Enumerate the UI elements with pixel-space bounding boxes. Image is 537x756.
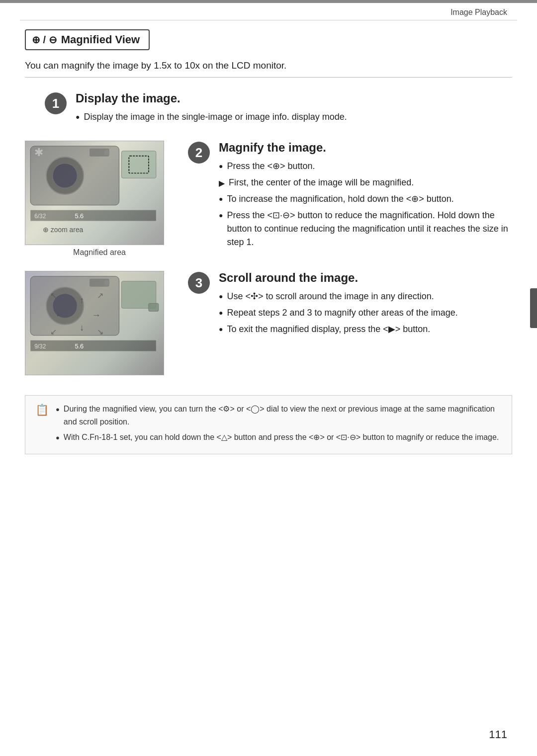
- step-1-bullet-1: ● Display the image in the single-image …: [76, 110, 512, 124]
- svg-text:←: ←: [55, 310, 64, 320]
- info-note-icon: 📋: [35, 404, 49, 417]
- svg-text:↘: ↘: [97, 328, 103, 336]
- bullet-icon: ●: [219, 161, 223, 171]
- step-2-step-col: 2 Magnify the image. ● Press the <⊕> but…: [188, 141, 512, 252]
- bullet-icon: ●: [56, 405, 60, 415]
- svg-point-25: [104, 280, 110, 286]
- step-3-bullet-3: ● To exit the magnified display, press t…: [219, 323, 512, 336]
- page-title: Magnified View: [61, 33, 140, 46]
- svg-rect-5: [121, 151, 156, 178]
- info-bullet-1: ● During the magnified view, you can tur…: [56, 403, 502, 428]
- bullet-icon: ●: [219, 291, 223, 302]
- svg-text:↑: ↑: [80, 295, 84, 305]
- svg-rect-7: [30, 210, 156, 221]
- info-box: 📋 ● During the magnified view, you can t…: [25, 395, 512, 454]
- svg-rect-29: [149, 303, 159, 311]
- section-label: Image Playback: [0, 3, 537, 20]
- info-bullet-2: ● With C.Fn-18-1 set, you can hold down …: [56, 431, 502, 444]
- step-2-svg: 5.6 6/32 ✱ ⊕ zoom area: [25, 141, 164, 245]
- svg-text:↙: ↙: [50, 328, 57, 336]
- step-1-title: Display the image.: [76, 91, 512, 105]
- title-box: ⊕ / ⊖ Magnified View: [25, 29, 150, 50]
- svg-text:⊕ zoom area: ⊕ zoom area: [43, 226, 84, 234]
- svg-point-4: [104, 150, 110, 156]
- bullet-icon: ●: [56, 433, 60, 443]
- step-2-camera-image: 5.6 6/32 ✱ ⊕ zoom area: [25, 141, 164, 245]
- intro-text: You can magnify the image by 1.5x to 10x…: [25, 60, 512, 71]
- step-2-row: 5.6 6/32 ✱ ⊕ zoom area Magnified area 2 …: [25, 141, 512, 257]
- svg-text:6/32: 6/32: [34, 213, 46, 220]
- svg-point-2: [53, 164, 78, 188]
- bullet-icon: ●: [219, 308, 223, 318]
- svg-text:↓: ↓: [80, 323, 84, 333]
- step-2-bullet-3: ● To increase the magnification, hold do…: [219, 192, 512, 206]
- step-2-bullet-4: ● Press the <⊡·⊖> button to reduce the m…: [219, 209, 512, 249]
- step-3-bullets: ● Use <✣> to scroll around the image in …: [219, 290, 512, 336]
- page-number: 111: [489, 728, 507, 741]
- step-1-content: Display the image. ● Display the image i…: [76, 91, 512, 127]
- step-3-bullet-2: ● Repeat steps 2 and 3 to magnify other …: [219, 306, 512, 320]
- step-3-content: Scroll around the image. ● Use <✣> to sc…: [219, 271, 512, 339]
- svg-text:5.6: 5.6: [75, 212, 84, 220]
- svg-text:↖: ↖: [50, 291, 57, 300]
- step-3-svg: ↑ ← → ↓ ↖ ↗ ↙ ↘ 5.6 9/32: [25, 271, 164, 375]
- step-3-number: 3: [188, 272, 210, 294]
- step-3-camera-image: ↑ ← → ↓ ↖ ↗ ↙ ↘ 5.6 9/32: [25, 271, 164, 375]
- step-2-bullet-2: ▶ First, the center of the image will be…: [219, 176, 512, 189]
- main-divider: [25, 77, 512, 78]
- bullet-icon: ●: [76, 112, 80, 122]
- bullet-icon: ●: [219, 210, 223, 221]
- svg-text:→: →: [92, 310, 101, 320]
- step-2-caption: Magnified area: [25, 248, 174, 257]
- step-3-bullet-1: ● Use <✣> to scroll around the image in …: [219, 290, 512, 303]
- svg-text:9/32: 9/32: [34, 343, 46, 350]
- step-2-image-col: 5.6 6/32 ✱ ⊕ zoom area Magnified area: [25, 141, 174, 257]
- step-1-bullets: ● Display the image in the single-image …: [76, 110, 512, 124]
- zoom-icon: ⊕ / ⊖: [32, 34, 57, 46]
- svg-text:5.6: 5.6: [75, 342, 84, 350]
- svg-text:✱: ✱: [34, 146, 43, 159]
- info-content: ● During the magnified view, you can tur…: [56, 403, 502, 447]
- step-2-title: Magnify the image.: [219, 141, 512, 155]
- step-2-number: 2: [188, 142, 210, 164]
- step-3-step-col: 3 Scroll around the image. ● Use <✣> to …: [188, 271, 512, 339]
- bullet-icon: ●: [219, 194, 223, 204]
- svg-text:↗: ↗: [97, 291, 103, 300]
- main-content: ⊕ / ⊖ Magnified View You can magnify the…: [0, 29, 537, 474]
- step-3-image-col: ↑ ← → ↓ ↖ ↗ ↙ ↘ 5.6 9/32: [25, 271, 174, 375]
- svg-rect-26: [30, 340, 156, 351]
- top-divider: [20, 20, 517, 20]
- step-2-bullets: ● Press the <⊕> button. ▶ First, the cen…: [219, 160, 512, 249]
- step-1-number: 1: [45, 92, 67, 114]
- step-3-title: Scroll around the image.: [219, 271, 512, 285]
- step-2-content: Magnify the image. ● Press the <⊕> butto…: [219, 141, 512, 252]
- bullet-icon: ●: [219, 324, 223, 335]
- step-3-row: ↑ ← → ↓ ↖ ↗ ↙ ↘ 5.6 9/32: [25, 271, 512, 375]
- step-1-row: 1 Display the image. ● Display the image…: [25, 91, 512, 127]
- arrow-icon: ▶: [219, 177, 225, 189]
- right-edge-indicator: [530, 288, 537, 328]
- step-2-bullet-1: ● Press the <⊕> button.: [219, 160, 512, 173]
